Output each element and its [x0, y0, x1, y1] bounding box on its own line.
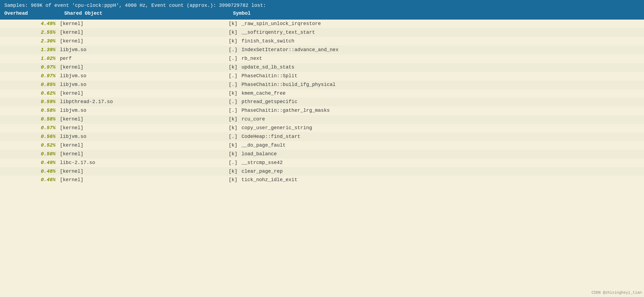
- overhead-cell: 0.59%: [0, 98, 60, 106]
- shared-cell: [kernel]: [60, 64, 229, 71]
- symbol-type: [.]: [229, 73, 237, 79]
- symbol-type: [.]: [229, 134, 237, 139]
- symbol-name: clear_page_rep: [241, 169, 283, 174]
- table-row: 1.39% libjvm.so [.] IndexSetIterator::ad…: [0, 46, 644, 54]
- symbol-cell: [.] IndexSetIterator::advance_and_nex: [229, 46, 644, 54]
- overhead-cell: 2.55%: [0, 29, 60, 36]
- shared-cell: [kernel]: [60, 176, 229, 184]
- symbol-cell: [.] CodeHeap::find_start: [229, 133, 644, 141]
- symbol-name: rb_next: [241, 56, 262, 61]
- table-row: 4.49% [kernel] [k] _raw_spin_unlock_irqr…: [0, 20, 644, 28]
- overhead-cell: 0.58%: [0, 107, 60, 115]
- shared-cell: libjvm.so: [60, 107, 229, 115]
- symbol-name: PhaseChaitin::Split: [241, 73, 297, 79]
- symbol-cell: [k] copy_user_generic_string: [229, 124, 644, 132]
- overhead-cell: 4.49%: [0, 20, 60, 28]
- table-row: 0.57% [kernel] [k] copy_user_generic_str…: [0, 124, 644, 132]
- symbol-cell: [k] clear_page_rep: [229, 168, 644, 175]
- table-row: 0.48% [kernel] [k] clear_page_rep: [0, 167, 644, 176]
- symbol-name: rcu_core: [241, 116, 265, 122]
- table-row: 0.62% [kernel] [k] kmem_cache_free: [0, 89, 644, 98]
- symbol-type: [k]: [229, 151, 237, 157]
- symbol-cell: [k] __softirqentry_text_start: [229, 29, 644, 36]
- symbol-cell: [k] kmem_cache_free: [229, 90, 644, 97]
- table-row: 0.46% [kernel] [k] tick_nohz_idle_exit: [0, 176, 644, 184]
- shared-cell: [kernel]: [60, 150, 229, 158]
- shared-cell: [kernel]: [60, 29, 229, 36]
- shared-cell: [kernel]: [60, 90, 229, 97]
- symbol-cell: [.] rb_next: [229, 55, 644, 63]
- data-table: 4.49% [kernel] [k] _raw_spin_unlock_irqr…: [0, 20, 644, 184]
- symbol-name: pthread_getspecific: [241, 99, 297, 104]
- symbol-type: [k]: [229, 30, 237, 35]
- shared-cell: libjvm.so: [60, 133, 229, 141]
- symbol-type: [k]: [229, 91, 237, 96]
- symbol-name: PhaseChaitin::build_ifg_physical: [241, 82, 336, 87]
- symbol-name: CodeHeap::find_start: [241, 134, 300, 139]
- symbol-cell: [.] pthread_getspecific: [229, 98, 644, 106]
- symbol-name: tick_nohz_idle_exit: [241, 177, 297, 182]
- symbol-type: [.]: [229, 160, 237, 165]
- overhead-cell: 0.62%: [0, 90, 60, 97]
- shared-cell: [kernel]: [60, 168, 229, 175]
- overhead-cell: 0.57%: [0, 124, 60, 132]
- overhead-cell: 0.48%: [0, 168, 60, 175]
- symbol-name: finish_task_switch: [241, 38, 294, 44]
- shared-cell: libjvm.so: [60, 46, 229, 54]
- table-row: 0.52% [kernel] [k] __do_page_fault: [0, 141, 644, 150]
- symbol-cell: [k] __do_page_fault: [229, 142, 644, 149]
- watermark: CSDN @zhixingheyi_tian: [591, 290, 642, 295]
- symbol-type: [k]: [229, 125, 237, 131]
- table-row: 2.55% [kernel] [k] __softirqentry_text_s…: [0, 28, 644, 37]
- shared-cell: libjvm.so: [60, 72, 229, 80]
- table-row: 2.30% [kernel] [k] finish_task_switch: [0, 37, 644, 46]
- symbol-header: Symbol: [233, 10, 640, 17]
- symbol-name: __do_page_fault: [241, 143, 286, 148]
- shared-cell: [kernel]: [60, 142, 229, 149]
- shared-cell: libjvm.so: [60, 81, 229, 89]
- symbol-name: _raw_spin_unlock_irqrestore: [241, 21, 321, 26]
- symbol-name: load_balance: [241, 151, 277, 157]
- shared-object-header: Shared Object: [64, 10, 233, 17]
- symbol-cell: [.] __strcmp_sse42: [229, 159, 644, 167]
- table-row: 0.56% libjvm.so [.] CodeHeap::find_start: [0, 132, 644, 141]
- symbol-name: PhaseChaitin::gather_lrg_masks: [241, 108, 330, 113]
- table-row: 0.59% libpthread-2.17.so [.] pthread_get…: [0, 98, 644, 106]
- table-row: 1.02% perf [.] rb_next: [0, 54, 644, 63]
- shared-cell: [kernel]: [60, 20, 229, 28]
- symbol-name: __softirqentry_text_start: [241, 30, 315, 35]
- table-row: 0.97% libjvm.so [.] PhaseChaitin::Split: [0, 72, 644, 81]
- shared-cell: [kernel]: [60, 116, 229, 123]
- symbol-cell: [k] load_balance: [229, 150, 644, 158]
- symbol-type: [k]: [229, 169, 237, 174]
- overhead-cell: 0.52%: [0, 142, 60, 149]
- symbol-type: [k]: [229, 38, 237, 44]
- samples-line: Samples: 969K of event 'cpu-clock:pppH',…: [4, 2, 640, 9]
- symbol-type: [.]: [229, 47, 237, 52]
- symbol-type: [.]: [229, 56, 237, 61]
- overhead-cell: 0.50%: [0, 150, 60, 158]
- table-row: 0.58% [kernel] [k] rcu_core: [0, 115, 644, 124]
- symbol-name: copy_user_generic_string: [241, 125, 312, 131]
- overhead-cell: 2.30%: [0, 38, 60, 45]
- overhead-cell: 0.85%: [0, 81, 60, 89]
- symbol-cell: [k] update_sd_lb_stats: [229, 64, 644, 71]
- overhead-cell: 0.58%: [0, 116, 60, 123]
- symbol-type: [k]: [229, 177, 237, 182]
- overhead-cell: 1.02%: [0, 55, 60, 63]
- symbol-type: [.]: [229, 99, 237, 104]
- symbol-cell: [k] finish_task_switch: [229, 38, 644, 45]
- shared-cell: libpthread-2.17.so: [60, 98, 229, 106]
- symbol-cell: [.] PhaseChaitin::build_ifg_physical: [229, 81, 644, 89]
- symbol-cell: [k] rcu_core: [229, 116, 644, 123]
- symbol-type: [k]: [229, 64, 237, 70]
- symbol-type: [.]: [229, 82, 237, 87]
- symbol-cell: [k] tick_nohz_idle_exit: [229, 176, 644, 184]
- overhead-cell: 0.97%: [0, 72, 60, 80]
- overhead-cell: 0.46%: [0, 176, 60, 184]
- shared-cell: [kernel]: [60, 38, 229, 45]
- symbol-type: [k]: [229, 116, 237, 122]
- symbol-type: [k]: [229, 143, 237, 148]
- overhead-cell: 0.97%: [0, 64, 60, 71]
- symbol-type: [k]: [229, 21, 237, 26]
